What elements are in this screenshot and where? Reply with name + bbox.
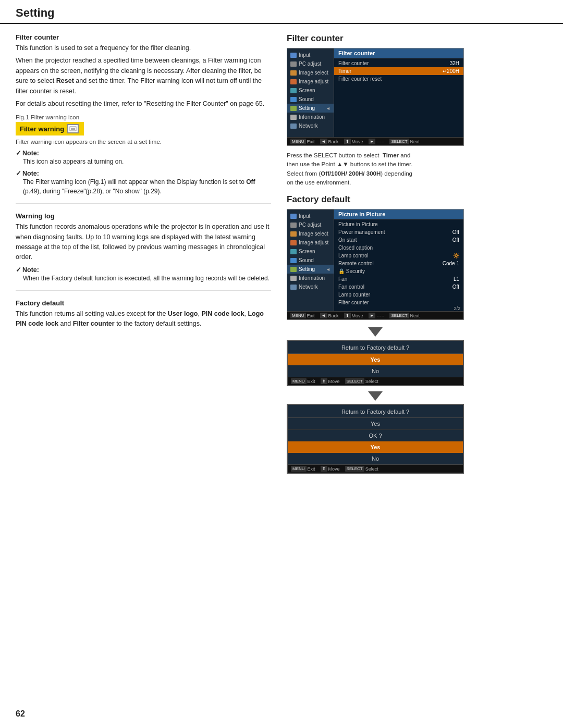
note1-label: Note:: [16, 149, 271, 157]
proj-rows-factory: Picture in Picture Power managementOff O…: [334, 219, 463, 306]
proj-menu-f-pc: PC adjust: [287, 220, 334, 229]
proj-menu-f-sound: Sound: [287, 256, 334, 265]
f-pc-icon: [290, 223, 297, 228]
f-information-icon: [290, 276, 297, 281]
svg-rect-0: [70, 127, 76, 131]
proj-main-factory: Picture in Picture Picture in Picture Po…: [334, 209, 463, 311]
filter-warning-badge: Filter warning: [16, 122, 84, 135]
main-content: Filter counter This function is used to …: [0, 24, 563, 477]
filter-icon: [67, 124, 79, 133]
arrow-icon-1: [368, 327, 383, 337]
page-number: 62: [16, 709, 25, 719]
page-title: Setting: [16, 6, 547, 20]
proj-row-lamp-counter: Lamp counter: [334, 291, 463, 299]
note-block-1: Note: This icon also appears at turning …: [16, 149, 271, 166]
filter-counter-right-title: Filter counter: [287, 33, 547, 44]
proj-menu-f-screen: Screen: [287, 247, 334, 256]
right-column: Filter counter Input PC adjust Ima: [287, 33, 547, 477]
proj-menu-f-info: Information: [287, 274, 334, 282]
proj-inner-filter: Input PC adjust Image select Image adjus…: [287, 48, 463, 137]
screen-icon: [290, 88, 297, 93]
warning-log-para1: This function records anomalous operatio…: [16, 222, 271, 263]
proj-menu-setting: Setting ◄: [287, 104, 334, 113]
proj-menu-f-imgadj: Image adjust: [287, 238, 334, 247]
proj-panel-title-filter: Filter counter: [334, 48, 463, 58]
filter-counter-heading: Filter counter: [16, 33, 271, 41]
proj-row-closed-caption: Closed caption: [334, 244, 463, 252]
dialog1-no[interactable]: No: [288, 365, 463, 377]
proj-row-filter-reset: Filter counter reset: [334, 75, 463, 83]
dialog2-yes-plain[interactable]: Yes: [288, 418, 463, 429]
proj-menu-sound: Sound: [287, 95, 334, 104]
setting-icon: [290, 106, 297, 111]
proj-row-filter-counter: Filter counter: [334, 299, 463, 306]
network-icon: [290, 124, 297, 129]
dialog-box-1: Return to Factory default ? Yes No MENU …: [287, 340, 464, 386]
proj-row-fan: FanL1: [334, 275, 463, 283]
factory-default-heading-left: Factory default: [16, 299, 271, 307]
dialog1-bottom-bar: MENU Exit ⬆ Move SELECT Select: [288, 377, 463, 385]
arrow-down-1: [287, 325, 464, 339]
information-icon: [290, 115, 297, 120]
f-sound-icon: [290, 258, 297, 263]
dialog1-title: Return to Factory default ?: [288, 341, 463, 354]
divider-1: [16, 203, 271, 204]
proj-inner-factory: Input PC adjust Image select Image: [287, 209, 463, 311]
divider-2: [16, 290, 271, 291]
factory-projector-ui: Input PC adjust Image select Image: [287, 209, 464, 320]
left-column: Filter counter This function is used to …: [16, 33, 271, 477]
f-setting-icon: [290, 267, 297, 272]
note-block-2: Note: The Filter warning icon (Fig.1) wi…: [16, 169, 271, 196]
input-icon: [290, 53, 297, 58]
pc-icon: [290, 61, 297, 67]
proj-main-filter: Filter counter Filter counter 32H Timer …: [334, 48, 463, 137]
filter-warning-text: Filter warning: [20, 125, 64, 133]
fig-label: Fig.1 Filter warning icon: [16, 114, 271, 120]
note1-text: This icon also appears at turning on.: [23, 157, 271, 166]
note3-text: When the Factory default function is exe…: [23, 274, 271, 283]
proj-row-power-mgmt: Power managementOff: [334, 228, 463, 236]
note3-label: Note:: [16, 266, 271, 274]
sound-icon: [290, 97, 297, 102]
arrow-down-2: [287, 389, 464, 403]
proj-menu-img-sel: Image select: [287, 68, 334, 77]
proj-bottom-bar-factory: MENU Exit ◄ Back ⬆ Move ► ----- SELECT N…: [287, 311, 463, 319]
f-imgadj-icon: [290, 240, 297, 245]
proj-row-fan-ctrl: Fan controlOff: [334, 283, 463, 291]
page-header: Setting: [0, 0, 563, 24]
warning-log-heading: Warning log: [16, 212, 271, 220]
image-adj-icon: [290, 79, 297, 84]
f-network-icon: [290, 285, 297, 290]
factory-default-right-title: Factory default: [287, 194, 547, 205]
filter-counter-para2: When the projector reached a specified t…: [16, 56, 271, 96]
proj-menu-img-adj: Image adjust: [287, 77, 334, 86]
proj-panel-title-factory: Picture in Picture: [334, 209, 463, 219]
f-imgsel-icon: [290, 231, 297, 237]
note2-label: Note:: [16, 169, 271, 177]
f-input-icon: [290, 214, 297, 219]
proj-bottom-bar-filter: MENU Exit ◄ Back ⬆ Move ► ----- SELECT N…: [287, 137, 463, 145]
dialog2-no[interactable]: No: [288, 453, 463, 464]
proj-row-filter-counter: Filter counter 32H: [334, 59, 463, 67]
arrow-icon-2: [368, 391, 383, 401]
dialog2-yes-selected[interactable]: Yes: [288, 441, 463, 453]
dialog2-bottom-bar: MENU Exit ⬆ Move SELECT Select: [288, 464, 463, 473]
proj-sidebar-filter: Input PC adjust Image select Image adjus…: [287, 48, 334, 137]
proj-menu-network: Network: [287, 121, 334, 130]
filter-counter-projector-ui: Input PC adjust Image select Image adjus…: [287, 48, 464, 146]
proj-row-pip: Picture in Picture: [334, 220, 463, 228]
filter-counter-para1: This function is used to set a frequency…: [16, 43, 271, 53]
proj-row-remote: Remote controlCode 1: [334, 260, 463, 267]
proj-menu-pc: PC adjust: [287, 59, 334, 68]
proj-menu-f-network: Network: [287, 282, 334, 291]
proj-row-security: 🔒 Security: [334, 267, 463, 275]
dialog2-ok-text: OK ?: [288, 429, 463, 441]
proj-row-timer: Timer ↵200H: [334, 67, 463, 75]
proj-menu-screen: Screen: [287, 86, 334, 95]
proj-page-indicator: 2/2: [334, 306, 463, 311]
dialog1-yes-selected[interactable]: Yes: [288, 354, 463, 365]
proj-sidebar-factory: Input PC adjust Image select Image: [287, 209, 334, 311]
proj-menu-f-imgsel: Image select: [287, 229, 334, 238]
image-select-icon: [290, 70, 297, 76]
filter-counter-caption: Press the SELECT button to select Timer …: [287, 151, 547, 187]
